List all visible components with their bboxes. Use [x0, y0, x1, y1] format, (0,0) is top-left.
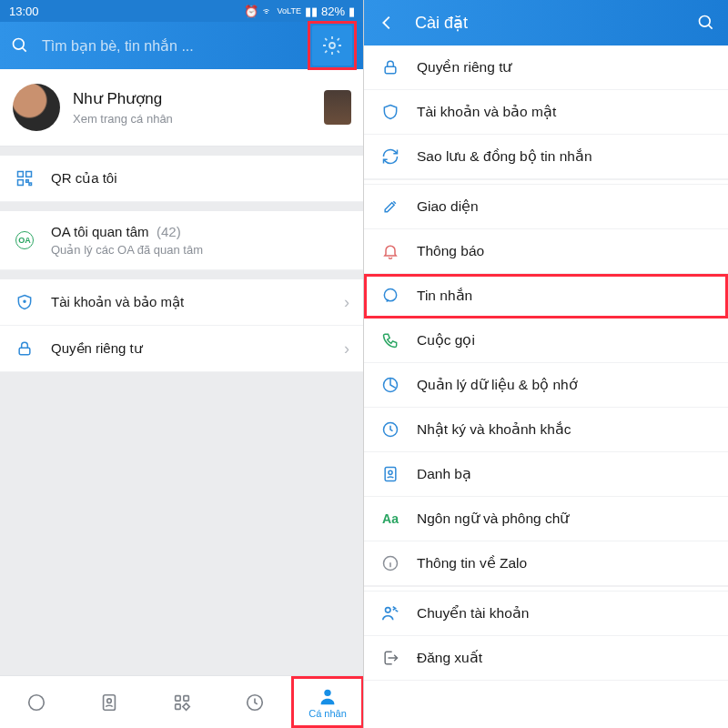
chevron-right-icon: › [344, 339, 349, 359]
svg-point-25 [386, 608, 391, 613]
row-label: Danh bạ [417, 466, 712, 482]
svg-point-23 [389, 470, 392, 474]
search-bar[interactable]: Tìm bạn bè, tin nhắn ... [0, 22, 364, 69]
status-bar: 13:00 ⏰ ᯤ VoLTE ▮▮ 82% ▮ [0, 0, 364, 22]
tab-messages[interactable] [0, 676, 73, 728]
row-label: Quản lý dữ liệu & bộ nhớ [417, 377, 712, 393]
row-language-font[interactable]: Aa Ngôn ngữ và phông chữ [364, 497, 728, 541]
signal-icon: ▮▮ [305, 5, 318, 18]
row-messages[interactable]: Tin nhắn [364, 274, 728, 318]
profile-row[interactable]: Như Phượng Xem trang cá nhân [0, 69, 364, 147]
tab-personal[interactable]: Cá nhân [291, 676, 364, 728]
svg-point-10 [107, 698, 112, 703]
person-icon [318, 686, 338, 706]
screen-profile: 13:00 ⏰ ᯤ VoLTE ▮▮ 82% ▮ Tìm bạn bè, tin… [0, 0, 364, 728]
row-label: Chuyển tài khoản [417, 605, 712, 622]
qr-icon [15, 168, 35, 188]
row-label: Sao lưu & đồng bộ tin nhắn [417, 148, 712, 165]
settings-list: Quyền riêng tư Tài khoản và bảo mật Sao … [364, 46, 728, 728]
status-time: 13:00 [9, 5, 39, 18]
lock-icon [380, 57, 400, 77]
info-icon [380, 553, 400, 573]
gear-icon [321, 35, 343, 56]
svg-rect-13 [176, 703, 181, 709]
svg-point-6 [24, 300, 25, 302]
row-theme[interactable]: Giao diện [364, 185, 728, 229]
svg-point-16 [700, 16, 711, 27]
tab-timeline[interactable] [218, 676, 291, 728]
chevron-right-icon: › [344, 293, 349, 312]
alarm-icon: ⏰ [244, 5, 258, 18]
row-account-security[interactable]: Tài khoản và bảo mật › [0, 279, 364, 326]
row-label: OA tôi quan tâm [51, 224, 149, 239]
screen-settings: Cài đặt Quyền riêng tư Tài khoản và bảo … [364, 0, 728, 728]
row-label: Thông tin về Zalo [417, 555, 712, 571]
row-contacts[interactable]: Danh bạ [364, 452, 728, 497]
bottom-tabbar: Cá nhân [0, 675, 364, 728]
row-backup-sync[interactable]: Sao lưu & đồng bộ tin nhắn [364, 135, 728, 179]
row-diary[interactable]: Nhật ký và khoảnh khắc [364, 408, 728, 452]
svg-rect-3 [18, 172, 24, 177]
battery-text: 82% [321, 5, 345, 18]
bell-icon [380, 241, 400, 261]
lock-icon [15, 339, 35, 359]
svg-point-2 [329, 43, 335, 48]
row-account-security[interactable]: Tài khoản và bảo mật [364, 90, 728, 135]
svg-line-17 [709, 25, 713, 29]
svg-rect-5 [18, 180, 24, 186]
svg-line-1 [23, 48, 26, 52]
row-data-storage[interactable]: Quản lý dữ liệu & bộ nhớ [364, 363, 728, 408]
settings-button[interactable] [311, 25, 353, 66]
phone-icon [380, 330, 400, 350]
shield-icon [15, 292, 35, 312]
profile-thumb [324, 90, 351, 125]
oa-icon: OA [15, 230, 35, 250]
row-label: Tài khoản và bảo mật [51, 294, 328, 310]
svg-rect-11 [176, 695, 181, 701]
oa-sub: Quản lý các OA đã quan tâm [51, 243, 349, 257]
svg-rect-4 [26, 172, 32, 177]
row-label: Thông báo [417, 243, 712, 259]
svg-rect-18 [385, 66, 396, 74]
font-icon: Aa [380, 509, 400, 529]
shield-icon [380, 102, 400, 122]
svg-point-15 [324, 689, 330, 695]
brush-icon [380, 197, 400, 217]
pie-icon [380, 375, 400, 395]
row-label: Ngôn ngữ và phông chữ [417, 511, 712, 527]
tab-contacts[interactable] [73, 676, 146, 728]
logout-icon [380, 648, 400, 668]
row-label: Nhật ký và khoảnh khắc [417, 421, 712, 438]
svg-point-0 [14, 39, 25, 50]
settings-title: Cài đặt [415, 13, 679, 33]
clock-icon [245, 693, 265, 713]
battery-icon: ▮ [349, 5, 355, 18]
back-button[interactable] [377, 13, 397, 33]
row-label: Tài khoản và bảo mật [417, 104, 712, 120]
row-privacy[interactable]: Quyền riêng tư [364, 46, 728, 90]
row-calls[interactable]: Cuộc gọi [364, 318, 728, 363]
row-my-qr[interactable]: QR của tôi [0, 156, 364, 202]
wifi-icon: ᯤ [262, 5, 274, 18]
row-switch-account[interactable]: Chuyển tài khoản [364, 592, 728, 636]
row-about-zalo[interactable]: Thông tin về Zalo [364, 541, 728, 586]
search-button[interactable] [697, 14, 715, 32]
row-label: Giao diện [417, 198, 712, 215]
tab-discover[interactable] [146, 676, 218, 728]
row-label: Quyền riêng tư [417, 59, 712, 76]
profile-name: Như Phượng [73, 89, 311, 108]
lte-icon: VoLTE [278, 6, 301, 15]
row-privacy[interactable]: Quyền riêng tư › [0, 326, 364, 372]
row-logout[interactable]: Đăng xuất [364, 636, 728, 681]
row-notifications[interactable]: Thông báo [364, 229, 728, 274]
profile-subtitle: Xem trang cá nhân [73, 112, 311, 126]
contact-icon [99, 693, 119, 713]
avatar [13, 84, 60, 131]
row-oa[interactable]: OA OA tôi quan tâm (42) Quản lý các OA đ… [0, 211, 364, 270]
clock-icon [380, 420, 400, 440]
row-label: Quyền riêng tư [51, 340, 328, 357]
oa-count: (42) [157, 224, 181, 239]
settings-appbar: Cài đặt [364, 0, 728, 46]
switch-user-icon [380, 603, 400, 623]
sync-icon [380, 147, 400, 167]
